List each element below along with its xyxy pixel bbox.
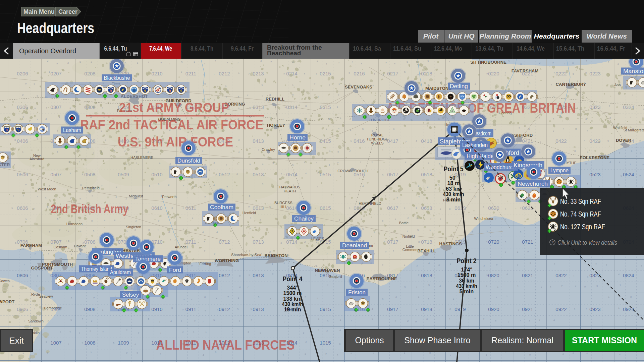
svg-text:2: 2 <box>317 185 318 188</box>
svg-text:174°: 174° <box>461 266 472 273</box>
svg-text:1: 1 <box>586 307 587 310</box>
svg-text:4: 4 <box>59 116 60 119</box>
svg-text:5: 5 <box>362 228 364 231</box>
svg-text:4: 4 <box>138 73 139 76</box>
svg-text:5: 5 <box>317 297 318 300</box>
svg-text:Ash: Ash <box>614 83 621 87</box>
svg-text:11.6.44, Su: 11.6.44, Su <box>393 45 421 52</box>
svg-text:8: 8 <box>292 93 293 96</box>
svg-text:3: 3 <box>361 62 362 65</box>
svg-text:3: 3 <box>383 240 385 243</box>
svg-text:9: 9 <box>80 230 81 233</box>
svg-text:4: 4 <box>428 262 430 265</box>
svg-text:2: 2 <box>506 295 507 298</box>
svg-text:2: 2 <box>47 352 48 355</box>
svg-text:RAF 2nd TACTICAL AIR FORCE: RAF 2nd TACTICAL AIR FORCE <box>80 117 263 132</box>
svg-text:0615: 0615 <box>320 205 331 211</box>
svg-text:4: 4 <box>340 319 341 322</box>
svg-text:9: 9 <box>508 60 509 63</box>
svg-text:7: 7 <box>606 263 607 266</box>
svg-text:Realism: Normal: Realism: Normal <box>491 336 553 345</box>
svg-text:5: 5 <box>382 149 383 152</box>
svg-text:0717: 0717 <box>387 239 398 245</box>
svg-text:4: 4 <box>216 231 218 234</box>
svg-text:9: 9 <box>159 162 160 165</box>
svg-text:0507: 0507 <box>50 172 61 177</box>
svg-text:2: 2 <box>67 61 69 64</box>
svg-text:0417: 0417 <box>387 138 398 144</box>
svg-text:0923: 0923 <box>589 306 600 312</box>
svg-text:8: 8 <box>416 308 417 311</box>
svg-text:0917: 0917 <box>387 306 398 312</box>
svg-text:3: 3 <box>193 331 194 334</box>
svg-text:3: 3 <box>598 185 600 188</box>
svg-text:2: 2 <box>595 263 597 266</box>
svg-text:8: 8 <box>80 184 82 187</box>
svg-text:5: 5 <box>70 319 72 322</box>
svg-text:0606: 0606 <box>17 205 28 211</box>
svg-text:430 km/h: 430 km/h <box>443 191 464 197</box>
svg-text:3: 3 <box>292 60 293 63</box>
svg-text:1: 1 <box>439 172 441 175</box>
svg-text:8: 8 <box>204 296 206 299</box>
svg-text:8: 8 <box>71 297 72 300</box>
svg-text:Horne: Horne <box>289 134 306 140</box>
svg-text:Sandown: Sandown <box>28 319 44 323</box>
svg-text:2nd British Army: 2nd British Army <box>51 202 128 216</box>
svg-text:9: 9 <box>584 285 586 288</box>
svg-text:3: 3 <box>483 264 485 267</box>
svg-text:3: 3 <box>238 138 239 141</box>
svg-text:5: 5 <box>36 285 37 288</box>
svg-text:5: 5 <box>407 60 408 63</box>
svg-text:8: 8 <box>82 317 83 320</box>
svg-text:3: 3 <box>416 264 418 267</box>
svg-text:1: 1 <box>56 197 58 200</box>
svg-text:1500 m: 1500 m <box>283 290 302 296</box>
svg-text:9: 9 <box>621 174 622 177</box>
svg-text:1: 1 <box>587 183 588 186</box>
svg-text:7: 7 <box>520 319 521 322</box>
svg-text:2: 2 <box>60 331 61 334</box>
svg-text:0217: 0217 <box>387 71 398 76</box>
svg-text:8: 8 <box>361 218 362 221</box>
svg-text:7: 7 <box>495 218 496 221</box>
svg-text:12.6.44, Mo: 12.6.44, Mo <box>434 45 462 52</box>
svg-text:2: 2 <box>258 149 259 152</box>
svg-text:HASTINGS: HASTINGS <box>439 241 462 246</box>
svg-text:0821: 0821 <box>522 273 533 278</box>
svg-text:0207: 0207 <box>50 71 61 76</box>
svg-text:3: 3 <box>407 216 409 219</box>
svg-text:9: 9 <box>260 332 261 335</box>
svg-text:2: 2 <box>305 296 306 299</box>
svg-text:5: 5 <box>395 319 396 322</box>
svg-text:2: 2 <box>564 62 565 65</box>
svg-text:4: 4 <box>475 83 476 86</box>
svg-text:1: 1 <box>517 285 519 288</box>
svg-text:9: 9 <box>126 351 127 354</box>
svg-text:9: 9 <box>338 94 339 97</box>
svg-text:1: 1 <box>238 296 239 299</box>
svg-text:8: 8 <box>14 138 16 141</box>
svg-text:9: 9 <box>382 174 383 177</box>
svg-text:5: 5 <box>101 184 102 187</box>
svg-text:5: 5 <box>238 96 239 99</box>
svg-text:2: 2 <box>68 343 69 346</box>
svg-text:0306: 0306 <box>17 104 28 110</box>
svg-text:Pilot: Pilot <box>423 32 439 40</box>
svg-text:8: 8 <box>396 196 398 199</box>
svg-text:8: 8 <box>418 184 419 187</box>
svg-text:7: 7 <box>102 331 104 334</box>
svg-text:9: 9 <box>110 89 112 93</box>
svg-text:8 min: 8 min <box>446 196 461 202</box>
svg-text:5: 5 <box>372 129 373 132</box>
svg-text:8: 8 <box>269 94 271 97</box>
svg-text:8: 8 <box>303 319 304 322</box>
svg-text:ROYAL: ROYAL <box>371 133 383 137</box>
svg-text:5: 5 <box>258 296 259 299</box>
svg-text:1: 1 <box>283 261 285 264</box>
svg-text:7: 7 <box>69 331 71 334</box>
svg-text:7: 7 <box>316 72 317 75</box>
svg-text:0824: 0824 <box>623 273 634 278</box>
svg-text:1: 1 <box>416 286 417 289</box>
svg-text:5: 5 <box>33 207 35 210</box>
